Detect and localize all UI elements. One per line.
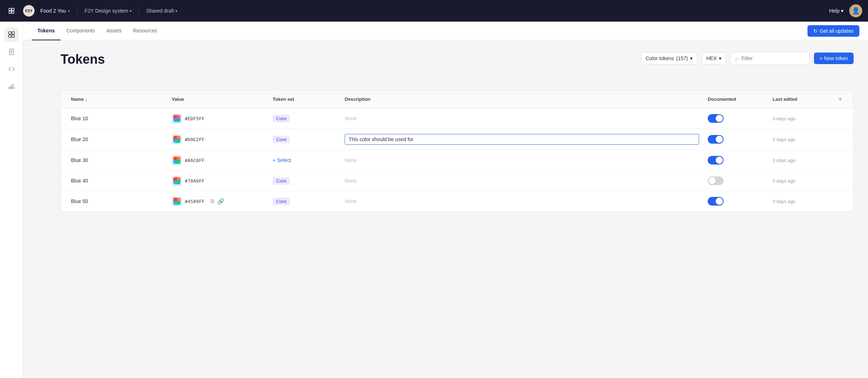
sidebar-icon-grid[interactable]: [4, 27, 19, 42]
row-action-blue30: [833, 155, 847, 165]
nav-divider-2: [139, 6, 139, 15]
row-action-blue20: [833, 134, 847, 144]
copy-icon[interactable]: ⧉: [210, 198, 214, 204]
token-name-blue30: Blue 30: [67, 152, 167, 168]
token-value-blue50: #4589FF ⧉ 🔗: [167, 191, 268, 211]
token-set-blue10: Core: [268, 110, 340, 127]
color-tokens-filter-button[interactable]: Color tokens (157) ▾: [641, 52, 697, 64]
th-name[interactable]: Name ↓: [67, 90, 167, 108]
app-logo-icon[interactable]: [6, 5, 17, 17]
description-input-blue20[interactable]: [345, 134, 699, 145]
help-button[interactable]: Help ▾: [829, 8, 844, 14]
main-content: Tokens Color tokens (157) ▾ HEX ▾ ⌕ + Ne…: [46, 40, 868, 223]
documented-blue20: [703, 130, 768, 149]
description-blue20[interactable]: [340, 129, 703, 150]
last-edited-blue20: 3 days ago: [768, 132, 833, 147]
hex-format-button[interactable]: HEX ▾: [702, 52, 726, 64]
refresh-icon: ↻: [813, 28, 818, 34]
page-title: Tokens: [61, 52, 105, 67]
plus-icon: +: [273, 157, 276, 163]
figma-icon: [172, 134, 182, 144]
table-header: Name ↓ Value Token set Description Docum…: [61, 90, 853, 108]
color-tokens-chevron-icon: ▾: [690, 55, 693, 61]
th-tokenset: Token set: [268, 90, 340, 108]
documented-toggle-blue20[interactable]: [708, 135, 724, 144]
table-row: Blue 40 #78A9FF Core: [61, 171, 853, 191]
documented-toggle-blue50[interactable]: [708, 197, 724, 206]
token-name-blue40: Blue 40: [67, 173, 167, 189]
token-set-blue40: Core: [268, 172, 340, 190]
get-all-updates-button[interactable]: ↻ Get all updates: [807, 25, 859, 37]
design-system-nav-item[interactable]: F2Y Design system ▾: [85, 8, 131, 14]
brand-logo: F2Y: [23, 5, 35, 17]
th-description: Description: [340, 90, 703, 108]
new-token-button[interactable]: + New token: [814, 53, 854, 64]
table-row: Blue 30 #A6C8FF +: [61, 150, 853, 171]
table-row: Blue 10 #EDF5FF Core: [61, 108, 853, 129]
documented-toggle-blue10[interactable]: [708, 114, 724, 123]
svg-rect-3: [12, 35, 14, 37]
documented-toggle-blue40[interactable]: [708, 176, 724, 185]
figma-icon: [172, 196, 182, 206]
th-value: Value: [167, 90, 268, 108]
nav-tabs: Tokens Components Assets Resources: [32, 22, 807, 40]
last-edited-blue50: 3 days ago: [768, 194, 833, 209]
tokens-toolbar: Color tokens (157) ▾ HEX ▾ ⌕ + New token: [641, 52, 854, 65]
description-blue10: None: [340, 111, 703, 126]
description-blue50: None: [340, 193, 703, 209]
documented-blue10: [703, 109, 768, 128]
figma-icon: [172, 176, 182, 186]
token-value-blue20: #D0E2FF: [167, 129, 268, 149]
tab-assets[interactable]: Assets: [100, 22, 127, 40]
th-documented: Documented: [703, 90, 768, 108]
description-blue30: None: [340, 152, 703, 168]
hex-chevron-icon: ▾: [719, 55, 721, 61]
top-navigation: F2Y Food 2 You ▾ F2Y Design system ▾ Sha…: [0, 0, 868, 22]
svg-rect-1: [12, 32, 14, 34]
help-chevron-icon: ▾: [841, 8, 844, 14]
last-edited-blue10: 3 days ago: [768, 111, 833, 126]
add-column-button[interactable]: +: [833, 90, 847, 108]
sidebar-icon-edit[interactable]: [4, 79, 19, 94]
row-action-blue10: [833, 113, 847, 123]
last-edited-blue40: 3 days ago: [768, 173, 833, 189]
token-set-blue30[interactable]: + Select: [268, 152, 340, 168]
filter-search-icon: ⌕: [735, 55, 739, 62]
token-set-blue50: Core: [268, 193, 340, 210]
token-name-blue20: Blue 20: [67, 131, 167, 147]
brand-name-button[interactable]: Food 2 You ▾: [40, 8, 70, 14]
design-system-chevron-icon: ▾: [130, 9, 131, 13]
documented-toggle-blue30[interactable]: [708, 156, 724, 165]
sidebar-icon-code[interactable]: [4, 62, 19, 76]
color-tokens-count: (157): [676, 55, 688, 61]
figma-icon: [172, 113, 182, 123]
row-action-blue50: [833, 196, 847, 206]
token-value-blue30: #A6C8FF: [167, 150, 268, 170]
tab-resources[interactable]: Resources: [127, 22, 163, 40]
token-value-blue10: #EDF5FF: [167, 108, 268, 129]
table-row: Blue 50 #4589FF ⧉ 🔗: [61, 191, 853, 211]
row-actions-blue50: ⧉ 🔗: [210, 198, 224, 205]
row-action-blue40: [833, 176, 847, 186]
tab-tokens[interactable]: Tokens: [32, 22, 61, 40]
documented-blue40: [703, 171, 768, 190]
token-value-blue40: #78A9FF: [167, 171, 268, 191]
svg-rect-0: [9, 32, 11, 34]
tab-components[interactable]: Components: [61, 22, 100, 40]
filter-input[interactable]: [742, 55, 805, 61]
documented-blue50: [703, 192, 768, 211]
token-name-blue50: Blue 50: [67, 193, 167, 209]
shared-draft-nav-item[interactable]: Shared draft ▾: [146, 8, 177, 14]
svg-rect-2: [9, 35, 11, 37]
documented-blue30: [703, 151, 768, 170]
th-last-edited: Last edited: [768, 90, 833, 108]
select-token-set-button[interactable]: + Select: [273, 157, 291, 163]
token-set-blue20: Core: [268, 131, 340, 148]
link-icon[interactable]: 🔗: [217, 198, 224, 205]
sidebar-icon-document[interactable]: [4, 45, 19, 59]
user-avatar[interactable]: 👤: [849, 4, 862, 17]
token-name-blue10: Blue 10: [67, 111, 167, 126]
left-sidebar: [0, 22, 23, 223]
last-edited-blue30: 3 days ago: [768, 153, 833, 168]
table-row: Blue 20 #D0E2FF Core: [61, 129, 853, 150]
